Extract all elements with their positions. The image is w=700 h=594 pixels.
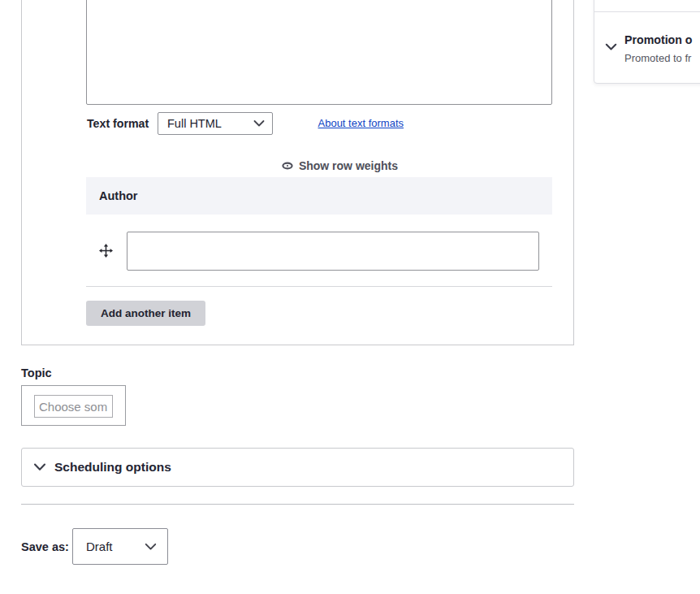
- author-header-label: Author: [99, 189, 138, 202]
- scheduling-options-details[interactable]: Scheduling options: [21, 448, 574, 487]
- node-edit-form: Text format Full HTML About text formats…: [0, 0, 700, 594]
- form-divider: [21, 504, 574, 505]
- chevron-down-icon: [145, 543, 157, 551]
- author-input[interactable]: [127, 232, 539, 271]
- body-field-group: Text format Full HTML About text formats…: [21, 0, 574, 345]
- topic-multiselect-widget: [21, 385, 126, 426]
- body-textarea[interactable]: [86, 0, 552, 105]
- promotion-options-summary: Promoted to fr: [624, 52, 691, 64]
- sidebar-section-promotion[interactable]: Promotion o Promoted to fr: [594, 12, 700, 84]
- author-table-row: [86, 215, 552, 287]
- show-row-weights-link[interactable]: Show row weights: [282, 159, 398, 172]
- about-text-formats-link[interactable]: About text formats: [318, 117, 404, 129]
- topic-input[interactable]: [34, 395, 113, 418]
- show-row-weights-label: Show row weights: [299, 159, 398, 172]
- eye-icon: [282, 162, 293, 170]
- add-another-item-button[interactable]: Add another item: [86, 301, 205, 326]
- promotion-options-title: Promotion o: [624, 33, 693, 46]
- chevron-down-icon: [605, 43, 617, 51]
- move-icon[interactable]: [99, 244, 113, 258]
- text-format-selected-value: Full HTML: [167, 117, 222, 130]
- text-format-label: Text format: [87, 117, 149, 130]
- chevron-down-icon: [253, 120, 265, 128]
- chevron-down-icon: [33, 463, 46, 471]
- text-format-select[interactable]: Full HTML: [158, 112, 273, 135]
- save-as-label: Save as:: [21, 540, 69, 553]
- save-as-selected-value: Draft: [86, 540, 113, 553]
- sidebar-section-above: [594, 0, 700, 12]
- sidebar-meta-panel: Promotion o Promoted to fr: [594, 0, 700, 84]
- scheduling-options-title: Scheduling options: [54, 460, 171, 475]
- author-table-header: Author: [86, 177, 552, 215]
- save-as-select[interactable]: Draft: [72, 528, 168, 565]
- topic-label: Topic: [21, 366, 52, 379]
